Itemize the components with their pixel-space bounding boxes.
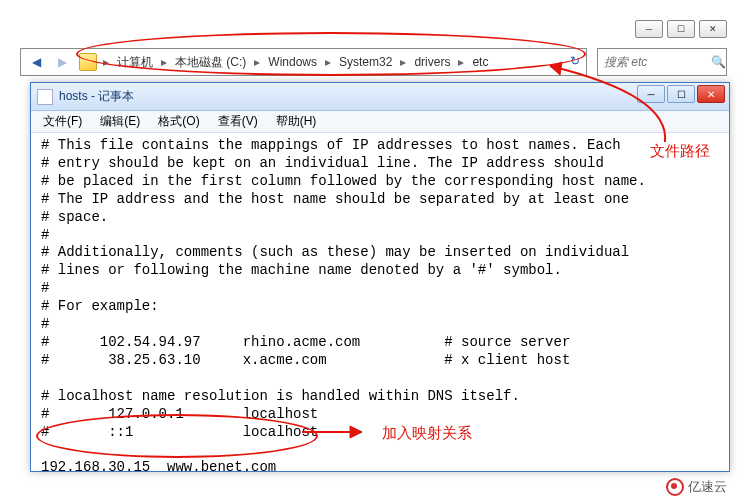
search-icon[interactable]: 🔍: [710, 55, 726, 69]
minimize-button[interactable]: ─: [635, 20, 663, 38]
watermark-text: 亿速云: [688, 478, 727, 496]
menu-help[interactable]: 帮助(H): [268, 111, 325, 132]
menu-format[interactable]: 格式(O): [150, 111, 207, 132]
back-button[interactable]: ◀: [23, 50, 49, 74]
annotation-arrow-mapping: [298, 420, 378, 444]
close-button[interactable]: ✕: [699, 20, 727, 38]
annotation-arrow-path: [540, 60, 690, 150]
annotation-mapping-label: 加入映射关系: [382, 424, 472, 443]
maximize-button[interactable]: ☐: [667, 20, 695, 38]
annotation-path-label: 文件路径: [650, 142, 710, 161]
explorer-window-controls: ─ ☐ ✕: [635, 20, 727, 38]
watermark-icon: [666, 478, 684, 496]
svg-marker-0: [550, 62, 562, 75]
watermark: 亿速云: [666, 478, 727, 496]
notepad-title: hosts - 记事本: [59, 88, 134, 105]
menu-edit[interactable]: 编辑(E): [92, 111, 148, 132]
notepad-icon: [37, 89, 53, 105]
forward-button[interactable]: ▶: [49, 50, 75, 74]
menu-view[interactable]: 查看(V): [210, 111, 266, 132]
svg-marker-1: [350, 426, 362, 438]
annotation-ellipse-mapping: [36, 414, 318, 458]
menu-file[interactable]: 文件(F): [35, 111, 90, 132]
annotation-ellipse-path: [76, 32, 586, 76]
close-button[interactable]: ✕: [697, 85, 725, 103]
